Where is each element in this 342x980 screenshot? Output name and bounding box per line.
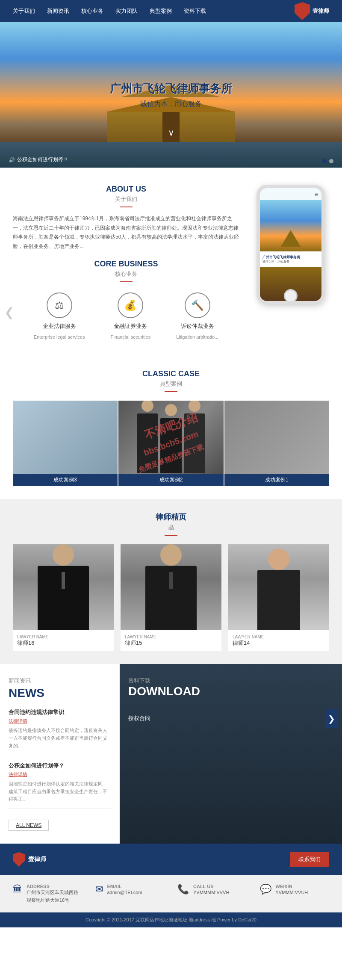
footer-email-value: admin@TELcom (107, 889, 142, 897)
footer-logo-text: 壹律师 (28, 856, 46, 863)
news-item-0: 合同违约违规法律常识 法律详情 债务违约是指债务人不按合同约定，违反有关人一方不… (9, 708, 111, 755)
case-section: CLASSIC CASE 典型案例 不清吧介绍 bbs.bcb5.com 免费足… (0, 357, 342, 499)
phone-home-button (284, 289, 298, 303)
lawyer-name-0: 律师16 (17, 639, 109, 647)
lawyer-card-0: LAWYER NAME 律师16 (13, 544, 114, 651)
navigation: 关于我们 新闻资讯 核心业务 实力团队 典型案例 资料下载 壹律师 (0, 0, 342, 22)
lawyer-photo-1 (121, 544, 221, 630)
hero-banner: 广州市飞轮飞律师事务所 诚信为本，用心服务 ∨ 🔊 公积金如何进行划停？ (0, 22, 342, 168)
core-label-cn-1: 金融证券业务 (114, 322, 147, 330)
about-title-en: ABOUT US (13, 185, 239, 194)
lawyer-role-label-0: LAWYER NAME (17, 635, 109, 639)
download-title: DOWNLOAD (128, 685, 333, 698)
news-download-section: 新闻资讯 NEWS 合同违约违规法律常识 法律详情 债务违约是指债务人不按合同约… (0, 664, 342, 844)
lawyer-info-1: LAWYER NAME 律师15 (121, 630, 221, 651)
phone-outer: ≡ 广州市飞轮飞律师事务所 诚信为本，用心服务 (256, 185, 325, 304)
news-item-text-1: 因地铁是如何进行划停认定的相关法律规定同，建筑工程目应当由承包方承担安全生产责任… (9, 780, 111, 803)
about-text: 海南法立恩律师事务所成立于1994年1月，系海南省司法厅批准成立的营业化和社会律… (13, 214, 239, 251)
email-icon: ✉ (95, 884, 103, 895)
news-title: NEWS (9, 686, 111, 700)
core-label-cn-2: 诉讼仲裁业务 (181, 322, 214, 330)
all-news-button[interactable]: ALL NEWS (9, 820, 49, 831)
case-title-cn: 典型案例 (13, 380, 329, 388)
hero-dots (322, 159, 333, 163)
nav-team[interactable]: 实力团队 (115, 7, 138, 15)
case-image-1: 成功案例3 (13, 401, 118, 486)
lawyer-role-label-1: LAWYER NAME (125, 635, 217, 639)
footer-bottom: 🏛 ADDRESS 广州市天河区车天城西路观察地址路大道16号 ✉ EMAIL … (0, 875, 342, 912)
download-next-arrow[interactable]: ❯ (325, 709, 338, 728)
footer-logo-shield-icon (13, 852, 25, 867)
hero-title: 广州市飞轮飞律师事务所 (110, 81, 232, 96)
footer-phone-value: YVMMMM:VVVH (193, 889, 229, 897)
phone-screen: ≡ 广州市飞轮飞律师事务所 诚信为本，用心服务 (260, 188, 321, 301)
download-section: 资料下载 DOWNLOAD 授权合同 ☁ ❯ (120, 664, 342, 844)
nav-cases[interactable]: 典型案例 (150, 7, 172, 15)
hero-down-arrow[interactable]: ∨ (168, 127, 174, 138)
nav-about[interactable]: 关于我们 (13, 7, 35, 15)
about-section: ABOUT US 关于我们 海南法立恩律师事务所成立于1994年1月，系海南省司… (0, 168, 342, 357)
lawyers-section: 律师精页 晶 ❮ LAWYER NAME 律师16 (0, 499, 342, 664)
weixin-icon: 💬 (260, 884, 271, 895)
footer-email-content: EMAIL admin@TELcom (107, 884, 142, 897)
logo-shield-icon (295, 2, 310, 20)
nav-news[interactable]: 新闻资讯 (47, 7, 69, 15)
footer-email-item: ✉ EMAIL admin@TELcom (95, 884, 165, 904)
phone-sub: 诚信为本，用心服务 (262, 260, 319, 264)
news-item-title-1: 公积金如何进行划停？ (9, 762, 111, 770)
core-item-1: 💰 金融证券业务 Financial securities (111, 292, 151, 339)
lawyers-title-cn: 晶 (13, 524, 329, 531)
footer-phone-content: CALL US YVMMMM:VVVH (193, 884, 229, 897)
lawyers-divider (165, 535, 177, 536)
core-item-0: ⚖ 企业法律服务 Enterprise legal services (34, 292, 85, 339)
case-title-en: CLASSIC CASE (13, 369, 329, 378)
footer-top: 壹律师 联系我们 (0, 844, 342, 875)
hero-water (0, 142, 342, 168)
news-item-title-0: 合同违约违规法律常识 (9, 708, 111, 716)
contact-us-button[interactable]: 联系我们 (290, 852, 329, 867)
news-item-date-0[interactable]: 法律详情 (9, 718, 111, 724)
news-item-1: 公积金如何进行划停？ 法律详情 因地铁是如何进行划停认定的相关法律规定同，建筑工… (9, 762, 111, 809)
hero-dot-2[interactable] (329, 159, 333, 163)
lawyer-name-2: 律师14 (233, 639, 325, 647)
core-divider (120, 281, 133, 282)
lawyer-card-1: LAWYER NAME 律师15 (121, 544, 221, 651)
footer-address-value: 广州市天河区车天城西路观察地址路大道16号 (27, 889, 83, 904)
lawyer-photo-2 (228, 544, 329, 630)
core-prev-arrow[interactable]: ❮ (4, 305, 14, 319)
footer-phone-item: 📞 CALL US YVMMMM:VVVH (177, 884, 247, 904)
download-item-0: 授权合同 ☁ (128, 707, 333, 730)
nav-logo: 壹律师 (295, 2, 329, 20)
footer-weixin-content: WEIXIN YVMMM:VVUH (276, 884, 308, 897)
lawyers-title-en: 律师精页 (13, 512, 329, 522)
download-label: 资料下载 (128, 677, 333, 685)
footer-email-label: EMAIL (107, 884, 142, 889)
core-icon-finance: 💰 (118, 292, 143, 318)
case-image-3: 成功案例1 (224, 401, 329, 486)
phone-title: 广州市飞轮飞律师事务所 (262, 255, 319, 260)
footer-weixin-value: YVMMM:VVUH (276, 889, 308, 897)
phone-nav-bar: ≡ (260, 188, 321, 200)
hero-dot-1[interactable] (322, 159, 327, 163)
about-divider (120, 207, 133, 207)
news-item-date-1[interactable]: 法律详情 (9, 771, 111, 778)
lawyer-info-2: LAWYER NAME 律师14 (228, 630, 329, 651)
nav-download[interactable]: 资料下载 (184, 7, 206, 15)
core-label-en-2: Litigation arbitratio... (176, 334, 218, 339)
lawyers-grid: LAWYER NAME 律师16 LAWYER NAME 律师15 (13, 544, 329, 651)
case-images: 不清吧介绍 bbs.bcb5.com 免费足够精品资源下载 成功案例3 成功案例… (13, 401, 329, 486)
core-icon-arbitration: 🔨 (185, 292, 210, 318)
core-label-cn-0: 企业法律服务 (43, 322, 76, 330)
nav-core[interactable]: 核心业务 (81, 7, 103, 15)
core-label-en-0: Enterprise legal services (34, 334, 85, 339)
footer-logo: 壹律师 (13, 852, 46, 867)
footer-address-content: ADDRESS 广州市天河区车天城西路观察地址路大道16号 (27, 884, 83, 904)
phone-mockup: ≡ 广州市飞轮飞律师事务所 诚信为本，用心服务 (252, 185, 329, 339)
case-label-1: 成功案例3 (13, 474, 118, 486)
nav-links: 关于我们 新闻资讯 核心业务 实力团队 典型案例 资料下载 (13, 7, 206, 15)
news-section: 新闻资讯 NEWS 合同违约违规法律常识 法律详情 债务违约是指债务人不按合同约… (0, 664, 120, 844)
copyright-text: Copyright © 2011-2017 互联网运作地址地址地址 地addre… (86, 917, 256, 922)
footer-phone-label: CALL US (193, 884, 229, 889)
lawyer-photo-0 (13, 544, 114, 630)
core-title-cn: 核心业务 (13, 270, 239, 278)
